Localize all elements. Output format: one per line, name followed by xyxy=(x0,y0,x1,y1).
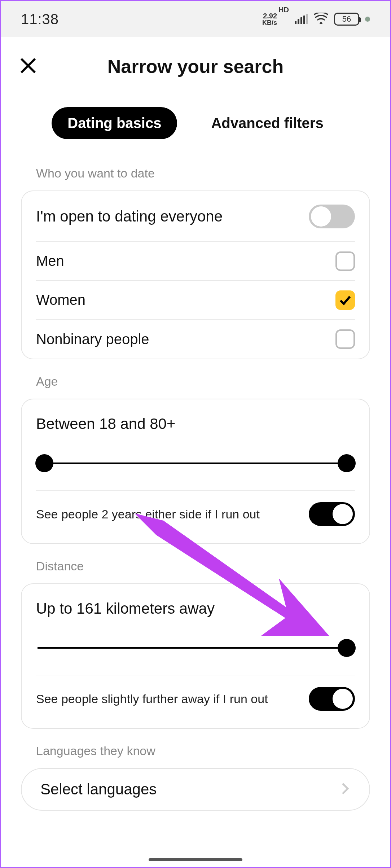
toggle-distance-extend[interactable] xyxy=(309,687,355,711)
close-icon[interactable] xyxy=(19,57,37,76)
distance-thumb[interactable] xyxy=(338,639,356,657)
wifi-icon xyxy=(314,13,328,26)
toggle-age-extend[interactable] xyxy=(309,502,355,526)
checkbox-men[interactable] xyxy=(335,251,355,271)
age-range-slider[interactable] xyxy=(38,454,353,472)
row-open-everyone: I'm open to dating everyone xyxy=(36,191,355,242)
label-nonbinary: Nonbinary people xyxy=(36,331,149,347)
row-age-extend: See people 2 years either side if I run … xyxy=(36,490,355,538)
select-languages-button[interactable]: Select languages xyxy=(21,768,370,811)
chevron-right-icon xyxy=(340,781,351,797)
status-bar: 11:38 2.92 KB/s HD 56 xyxy=(1,1,390,37)
page-title: Narrow your search xyxy=(1,56,390,77)
who-card: I'm open to dating everyone Men Women No… xyxy=(21,190,370,359)
row-men: Men xyxy=(36,242,355,281)
tab-advanced-filters[interactable]: Advanced filters xyxy=(195,107,339,139)
age-card: Between 18 and 80+ See people 2 years ei… xyxy=(21,399,370,544)
checkbox-women[interactable] xyxy=(335,290,355,310)
status-time: 11:38 xyxy=(21,11,59,27)
age-thumb-max[interactable] xyxy=(338,454,356,472)
home-indicator[interactable] xyxy=(149,858,242,861)
checkbox-nonbinary[interactable] xyxy=(335,329,355,349)
label-select-languages: Select languages xyxy=(40,781,157,798)
label-distance-extend: See people slightly further away if I ru… xyxy=(36,692,268,706)
distance-label: Up to 161 kilometers away xyxy=(36,600,355,617)
label-open-everyone: I'm open to dating everyone xyxy=(36,208,223,225)
toggle-open-everyone[interactable] xyxy=(309,205,355,228)
distance-slider[interactable] xyxy=(38,639,353,657)
section-label-languages: Languages they know xyxy=(36,744,370,758)
status-hd-icon: HD xyxy=(278,6,289,14)
section-label-who: Who you want to date xyxy=(36,166,370,180)
distance-card: Up to 161 kilometers away See people sli… xyxy=(21,583,370,729)
row-distance-extend: See people slightly further away if I ru… xyxy=(36,675,355,722)
filter-tabs: Dating basics Advanced filters xyxy=(1,96,390,151)
label-men: Men xyxy=(36,253,64,269)
status-net-speed: 2.92 KB/s xyxy=(262,12,277,26)
row-nonbinary: Nonbinary people xyxy=(36,320,355,359)
status-right: 2.92 KB/s HD 56 xyxy=(262,12,370,26)
section-label-distance: Distance xyxy=(36,559,370,573)
battery-icon: 56 xyxy=(334,13,359,26)
signal-bars-icon xyxy=(295,14,308,24)
section-label-age: Age xyxy=(36,374,370,389)
row-women: Women xyxy=(36,281,355,320)
label-age-extend: See people 2 years either side if I run … xyxy=(36,507,260,521)
label-women: Women xyxy=(36,292,85,308)
age-range-label: Between 18 and 80+ xyxy=(36,415,355,433)
status-dot-icon xyxy=(365,17,370,22)
tab-dating-basics[interactable]: Dating basics xyxy=(52,107,177,139)
age-thumb-min[interactable] xyxy=(35,454,53,472)
page-header: Narrow your search xyxy=(1,37,390,96)
